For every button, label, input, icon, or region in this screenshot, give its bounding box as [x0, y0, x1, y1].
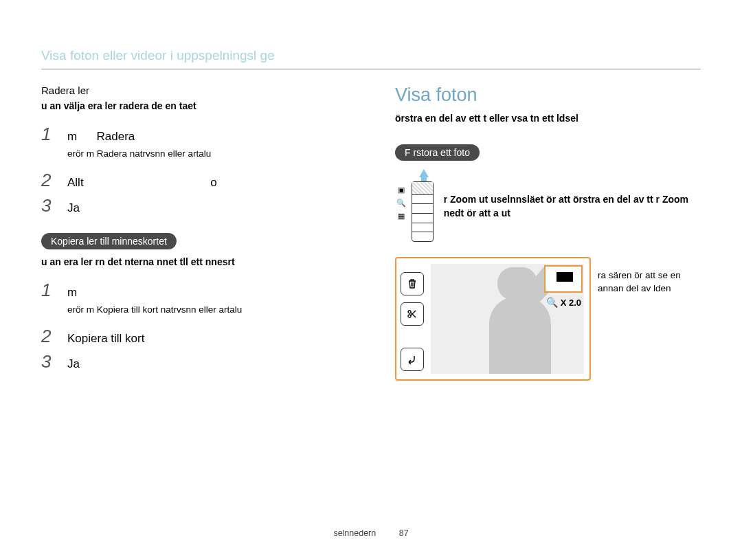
trash-icon	[407, 278, 418, 289]
step-num: 1	[41, 124, 55, 145]
flash-icon: ▣	[395, 186, 407, 194]
zoom-control-illustration: ▣ 🔍 ▦	[395, 176, 430, 245]
step-sub: erör m Kopiera till kort natrvsnn eller …	[67, 304, 347, 316]
crop-button[interactable]	[401, 302, 424, 326]
scissors-icon	[407, 309, 418, 320]
trash-button[interactable]	[401, 272, 424, 295]
zoom-text: r Zoom ut uselnnsläet ör att örstra en d…	[444, 176, 701, 221]
page-footer: selnnedern 87	[0, 528, 742, 538]
step-text: Kopiera till kort	[67, 332, 347, 346]
footer-label: selnnedern	[333, 528, 376, 538]
step-text: Ja	[67, 357, 347, 371]
zoom-in-icon: 🔍	[546, 297, 558, 308]
step-text-em: Radera	[97, 130, 135, 143]
right-column: Visa foton örstra en del av ett t eller …	[395, 85, 701, 381]
step-num: 3	[41, 351, 55, 372]
step-sub: erör m Radera natrvsnn eller artalu	[67, 148, 347, 160]
step-text: Ja	[67, 201, 347, 215]
step-2b: 2 Kopiera till kort	[41, 326, 347, 347]
screen-side-buttons	[401, 272, 425, 326]
step-text: m	[67, 286, 347, 300]
step-3a: 3 Ja	[41, 195, 347, 216]
desc-delete: u an välja era ler radera de en taet	[41, 100, 347, 111]
section-desc: örstra en del av ett t eller vsa tn ett …	[395, 113, 701, 124]
zoom-value: 🔍 X 2.0	[546, 297, 581, 308]
step-num: 2	[41, 170, 55, 191]
camera-screen: 🔍 X 2.0	[395, 257, 591, 381]
grid-icon: ▦	[395, 212, 407, 221]
step-1b: 1 m	[41, 280, 347, 301]
side-icon-stack: ▣ 🔍 ▦	[395, 186, 407, 221]
magnifier-icon: 🔍	[395, 199, 407, 208]
pill-enlarge: F rstora ett foto	[395, 144, 480, 161]
pill-copy: Kopiera ler till minneskortet	[41, 233, 177, 249]
subhead-delete: Radera ler	[41, 85, 347, 96]
navigator-box[interactable]	[544, 265, 583, 293]
back-button[interactable]	[401, 348, 424, 371]
callout-text: ra sären ör att se en annan del av lden	[598, 257, 701, 295]
back-icon	[407, 354, 418, 365]
arrow-up-icon	[419, 169, 429, 177]
step-text: Allt	[67, 176, 84, 189]
step-trail: o	[210, 176, 216, 190]
svg-point-1	[408, 311, 411, 313]
step-1a: 1 m Radera	[41, 124, 347, 145]
step-num: 1	[41, 280, 55, 301]
step-num: 2	[41, 326, 55, 347]
page-number: 87	[399, 528, 409, 538]
desc-copy: u an era ler rn det nterna nnet tll ett …	[41, 256, 347, 267]
step-text: m	[67, 130, 77, 143]
step-3b: 3 Ja	[41, 351, 347, 372]
left-column: Radera ler u an välja era ler radera de …	[41, 85, 347, 381]
svg-point-2	[408, 315, 411, 317]
zoom-slider	[412, 181, 434, 242]
section-header: Visa foton eller videor i uppspelningsl …	[41, 48, 701, 69]
step-num: 3	[41, 195, 55, 216]
section-title: Visa foton	[395, 85, 701, 106]
step-2a: 2 Allt o	[41, 170, 347, 191]
navigator-viewport	[556, 272, 573, 282]
zoom-value-text: X 2.0	[561, 298, 581, 308]
